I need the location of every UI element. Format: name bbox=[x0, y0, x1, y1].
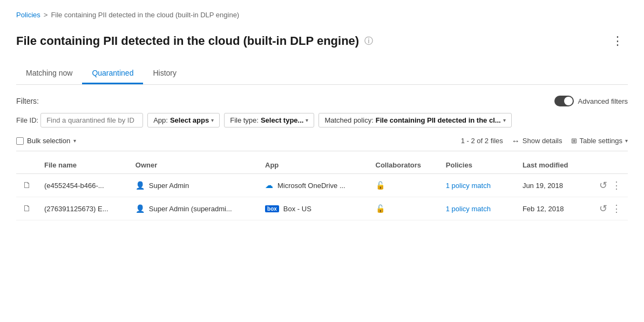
td-file-icon-2: 🗋 bbox=[16, 197, 38, 220]
advanced-filters: Advanced filters bbox=[554, 96, 628, 106]
td-modified-2: Feb 12, 2018 bbox=[516, 197, 593, 220]
app-filter-label: App: bbox=[153, 116, 168, 124]
table-toolbar: Bulk selection ▾ 1 - 2 of 2 files ↔ Show… bbox=[16, 136, 628, 151]
td-app-1: ☁ Microsoft OneDrive ... bbox=[259, 174, 369, 197]
file-count: 1 - 2 of 2 files bbox=[461, 137, 503, 145]
td-policies-1[interactable]: 1 policy match bbox=[439, 174, 516, 197]
show-details-button[interactable]: ↔ Show details bbox=[512, 136, 562, 145]
breadcrumb: Policies > File containing PII detected … bbox=[16, 11, 628, 19]
tab-bar: Matching now Quarantined History bbox=[16, 63, 628, 85]
table-header-row: File name Owner App Collaborators Polici… bbox=[16, 157, 628, 174]
table-settings-label: Table settings bbox=[580, 137, 623, 145]
filename-text: (e4552454-b466-... bbox=[44, 182, 104, 190]
policy-filter-label: Matched policy: bbox=[324, 116, 373, 124]
app-text: Box - US bbox=[283, 205, 311, 213]
table-info: 1 - 2 of 2 files ↔ Show details ⊞ Table … bbox=[461, 136, 628, 145]
page-title-wrap: File containing PII detected in the clou… bbox=[16, 34, 373, 48]
filters-row: Filters: Advanced filters bbox=[16, 96, 628, 106]
advanced-filters-label: Advanced filters bbox=[578, 97, 628, 105]
th-checkbox bbox=[16, 157, 38, 174]
file-type-filter-dropdown[interactable]: File type: Select type... ▾ bbox=[224, 113, 314, 128]
lock-icon: 🔓 bbox=[376, 204, 385, 213]
file-type-label: File type: bbox=[230, 116, 259, 124]
modified-date: Jun 19, 2018 bbox=[523, 182, 563, 190]
th-owner: Owner bbox=[129, 157, 259, 174]
bulk-selection-chevron[interactable]: ▾ bbox=[73, 138, 76, 144]
page-more-icon[interactable]: ⋮ bbox=[607, 32, 628, 50]
page-header: File containing PII detected in the clou… bbox=[16, 32, 628, 50]
filename-text: (276391125673) E... bbox=[44, 205, 109, 213]
show-details-label: Show details bbox=[523, 137, 562, 145]
th-policies: Policies bbox=[439, 157, 516, 174]
box-icon: box bbox=[265, 205, 279, 212]
owner-icon: 👤 bbox=[135, 181, 145, 190]
file-type-value: Select type... bbox=[261, 116, 303, 124]
info-icon[interactable]: ⓘ bbox=[364, 36, 373, 47]
owner-icon: 👤 bbox=[135, 204, 145, 213]
bulk-selection[interactable]: Bulk selection ▾ bbox=[16, 137, 76, 145]
table-settings-icon: ⊞ bbox=[571, 137, 577, 145]
onedrive-icon: ☁ bbox=[265, 180, 273, 190]
advanced-filters-toggle[interactable] bbox=[554, 96, 574, 106]
file-id-input[interactable] bbox=[40, 113, 143, 128]
row-more-icon-2[interactable]: ⋮ bbox=[612, 203, 621, 214]
td-modified-1: Jun 19, 2018 bbox=[516, 174, 593, 197]
td-actions-2: ↺ ⋮ bbox=[593, 197, 628, 220]
policy-filter-value: File containing PII detected in the cl..… bbox=[376, 116, 501, 124]
tab-quarantined[interactable]: Quarantined bbox=[82, 63, 143, 84]
app-filter-chevron: ▾ bbox=[211, 117, 214, 123]
table-settings-button[interactable]: ⊞ Table settings ▾ bbox=[571, 137, 628, 145]
page-title: File containing PII detected in the clou… bbox=[16, 34, 359, 48]
td-policies-2[interactable]: 1 policy match bbox=[439, 197, 516, 220]
app-filter-value: Select apps bbox=[170, 116, 209, 124]
breadcrumb-separator: > bbox=[44, 11, 48, 19]
restore-icon-2[interactable]: ↺ bbox=[599, 203, 607, 214]
owner-text: Super Admin bbox=[149, 182, 189, 190]
file-id-label: File ID: bbox=[16, 116, 38, 124]
td-app-2: box Box - US bbox=[259, 197, 369, 220]
td-collab-1: 🔓 bbox=[369, 174, 439, 197]
td-filename-2[interactable]: (276391125673) E... bbox=[38, 197, 129, 220]
table-row: 🗋 (e4552454-b466-... 👤 Super Admin ☁ Mic… bbox=[16, 174, 628, 197]
bulk-selection-label: Bulk selection bbox=[27, 137, 70, 145]
filters-label: Filters: bbox=[16, 97, 39, 105]
table-settings-chevron: ▾ bbox=[625, 138, 628, 144]
th-last-modified: Last modified bbox=[516, 157, 593, 174]
files-table: File name Owner App Collaborators Polici… bbox=[16, 157, 628, 220]
th-actions bbox=[593, 157, 628, 174]
td-filename-1[interactable]: (e4552454-b466-... bbox=[38, 174, 129, 197]
breadcrumb-current: File containing PII detected in the clou… bbox=[51, 11, 239, 19]
file-doc-icon: 🗋 bbox=[23, 180, 31, 190]
tab-history[interactable]: History bbox=[143, 63, 186, 84]
td-owner-1: 👤 Super Admin bbox=[129, 174, 259, 197]
breadcrumb-parent[interactable]: Policies bbox=[16, 11, 40, 19]
td-collab-2: 🔓 bbox=[369, 197, 439, 220]
th-app: App bbox=[259, 157, 369, 174]
file-id-filter: File ID: bbox=[16, 113, 143, 128]
td-owner-2: 👤 Super Admin (superadmi... bbox=[129, 197, 259, 220]
file-doc-icon: 🗋 bbox=[23, 204, 31, 213]
lock-icon: 🔓 bbox=[376, 181, 385, 190]
th-filename: File name bbox=[38, 157, 129, 174]
bulk-checkbox[interactable] bbox=[16, 137, 24, 145]
filter-controls: File ID: App: Select apps ▾ File type: S… bbox=[16, 113, 628, 128]
policy-filter-chevron: ▾ bbox=[503, 117, 506, 123]
policy-match-text[interactable]: 1 policy match bbox=[446, 205, 491, 213]
app-filter-dropdown[interactable]: App: Select apps ▾ bbox=[147, 113, 220, 128]
modified-date: Feb 12, 2018 bbox=[523, 205, 564, 213]
app-text: Microsoft OneDrive ... bbox=[277, 182, 345, 190]
table-row: 🗋 (276391125673) E... 👤 Super Admin (sup… bbox=[16, 197, 628, 220]
row-more-icon-1[interactable]: ⋮ bbox=[612, 179, 621, 191]
file-type-chevron: ▾ bbox=[306, 117, 308, 123]
owner-text: Super Admin (superadmi... bbox=[149, 205, 232, 213]
restore-icon-1[interactable]: ↺ bbox=[599, 179, 607, 191]
show-details-icon: ↔ bbox=[512, 136, 520, 145]
policy-match-text[interactable]: 1 policy match bbox=[446, 182, 491, 190]
policy-filter-dropdown[interactable]: Matched policy: File containing PII dete… bbox=[318, 113, 511, 128]
th-collaborators: Collaborators bbox=[369, 157, 439, 174]
tab-matching-now[interactable]: Matching now bbox=[16, 63, 82, 84]
td-actions-1: ↺ ⋮ bbox=[593, 174, 628, 197]
td-file-icon-1: 🗋 bbox=[16, 174, 38, 197]
